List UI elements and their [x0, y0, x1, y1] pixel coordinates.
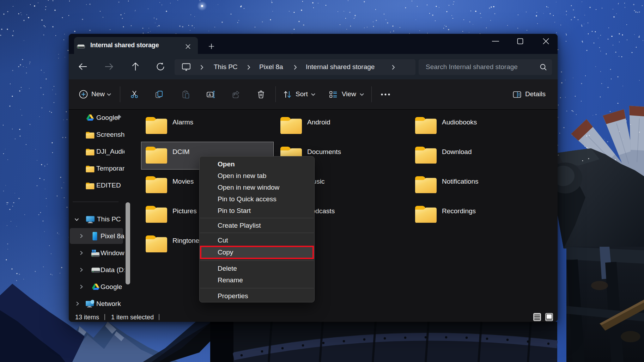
svg-text:A: A [208, 93, 211, 97]
